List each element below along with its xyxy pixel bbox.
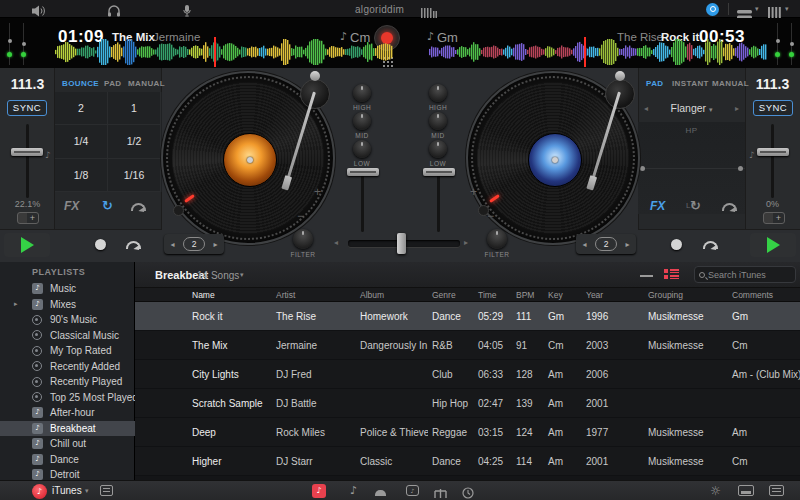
mixer-columns-caret-icon[interactable]: ▾ — [785, 5, 789, 13]
deck1-loop-decrease[interactable]: ◂ — [164, 240, 181, 249]
day-night-toggle-icon[interactable]: ☼ — [710, 484, 721, 498]
source-name[interactable]: iTunes — [52, 485, 82, 496]
sidebar-item-music[interactable]: ♪Music — [0, 281, 135, 297]
deck2-loop-mode-icon[interactable]: ↻ — [690, 198, 701, 213]
effect-next-arrow[interactable]: ▸ — [735, 104, 739, 113]
source-list-toggle-icon[interactable] — [100, 485, 113, 496]
deck2-pitch-slider[interactable] — [771, 124, 774, 198]
sidebar-item-recently-played[interactable]: Recently Played — [0, 374, 135, 390]
view-layout-caret-icon[interactable]: ▾ — [755, 5, 759, 13]
deck1-play-button[interactable] — [4, 233, 50, 257]
history-clock-icon[interactable] — [462, 485, 474, 500]
bounce-pad-quarter[interactable]: 1/4 — [55, 125, 108, 158]
deck1-volume-fader-handle[interactable] — [347, 168, 379, 176]
midi-keyboard-icon[interactable] — [738, 485, 754, 496]
sidebar-item-90s-music[interactable]: 90's Music — [0, 312, 135, 328]
deck1-tab-manual[interactable]: MANUAL — [128, 79, 165, 88]
deck1-loop-increase[interactable]: ▸ — [207, 240, 224, 249]
column-header-name[interactable]: Name — [188, 290, 272, 300]
deck1-pitch-bend-plus[interactable]: + — [314, 185, 321, 199]
deck2-pitch-bend-plus[interactable]: + — [470, 185, 477, 199]
deck1-pitch-bend-minus[interactable]: − — [297, 209, 304, 223]
deck1-waveform[interactable] — [55, 39, 393, 65]
bounce-pad-half[interactable]: 1/2 — [108, 125, 161, 158]
sidebar-item-mixes[interactable]: ▸♪Mixes — [0, 297, 135, 313]
library-song-count[interactable]: 14 Songs — [197, 270, 239, 281]
deck1-sync-button[interactable]: SYNC — [7, 100, 47, 116]
deck2-loop-decrease[interactable]: ◂ — [576, 240, 593, 249]
deck2-sync-button[interactable]: SYNC — [753, 100, 793, 116]
table-row[interactable]: City Lights DJ Fred Club 06:33 128 Am 20… — [135, 360, 800, 389]
deck2-cue-mode-icon[interactable] — [722, 203, 737, 211]
deck1-fx-mode-icon[interactable]: FX — [64, 199, 79, 213]
mini-fader-right-2-handle[interactable] — [790, 42, 794, 46]
deck2-tab-manual[interactable]: MANUAL — [712, 79, 749, 88]
deck1-pitch-slider[interactable] — [26, 124, 29, 198]
itunes-source-icon[interactable]: ♪ — [32, 484, 47, 499]
deck1-cue-button[interactable] — [126, 241, 141, 249]
queue-list-icon[interactable] — [769, 485, 784, 496]
deck2-cue-button[interactable] — [703, 241, 718, 249]
mini-fader-left-2-handle[interactable] — [22, 42, 26, 46]
deck2-play-button[interactable] — [750, 233, 796, 257]
deck1-record-button[interactable] — [95, 239, 106, 250]
sidebar-item-after-hour[interactable]: ♪After-hour — [0, 405, 135, 421]
deck2-pitch-range-icon[interactable]: + — [763, 212, 785, 224]
deck1-pitch-slider-handle[interactable] — [11, 148, 43, 156]
deck2-eq-high-knob[interactable] — [429, 84, 447, 102]
bounce-pad-2[interactable]: 2 — [55, 92, 108, 125]
deck2-eq-low-knob[interactable] — [429, 140, 447, 158]
deck2-record-button[interactable] — [671, 239, 682, 250]
column-header-key[interactable]: Key — [544, 290, 582, 300]
sidebar-item-my-top-rated[interactable]: My Top Rated — [0, 343, 135, 359]
disclosure-icon[interactable]: ▸ — [14, 300, 18, 308]
songs-icon[interactable]: ♪ — [350, 484, 357, 497]
column-header-artist[interactable]: Artist — [272, 290, 356, 300]
deck1-loop-mode-icon[interactable]: ↻ — [102, 198, 113, 213]
bounce-pad-1[interactable]: 1 — [108, 92, 161, 125]
table-row[interactable]: Scratch Sample DJ Battle Hip Hop 02:47 1… — [135, 389, 800, 418]
deck1-volume-fader[interactable] — [361, 170, 364, 232]
column-header-album[interactable]: Album — [356, 290, 428, 300]
genres-icon[interactable] — [434, 485, 447, 500]
column-header-time[interactable]: Time — [474, 290, 512, 300]
column-header-comments[interactable]: Comments — [728, 290, 800, 300]
deck1-loop-length[interactable]: 2 — [183, 237, 205, 251]
mini-fader-right-1-handle[interactable] — [776, 39, 780, 43]
table-row[interactable]: Deep Rock Miles Police & Thieves Reggae … — [135, 418, 800, 447]
crossfader-right-arrow[interactable]: ▸ — [464, 238, 468, 247]
deck1-eq-mid-knob[interactable] — [353, 112, 371, 130]
search-input[interactable] — [708, 270, 791, 280]
deck1-eq-low-knob[interactable] — [353, 140, 371, 158]
sidebar-item-breakbeat[interactable]: ♪Breakbeat — [0, 421, 135, 437]
table-row[interactable]: The Mix Jermaine Dangerously In Love R&B… — [135, 331, 800, 360]
connect-status-icon[interactable] — [706, 3, 719, 16]
bounce-pad-eighth[interactable]: 1/8 — [55, 159, 108, 192]
table-row[interactable]: Rock it The Rise Homework Dance 05:29 11… — [135, 302, 800, 331]
deck1-filter-knob[interactable] — [293, 229, 313, 249]
sidebar-item-dance[interactable]: ♪Dance — [0, 452, 135, 468]
mini-fader-left-1[interactable] — [9, 23, 10, 65]
bounce-pad-sixteenth[interactable]: 1/16 — [108, 159, 161, 192]
deck1-pitch-range-icon[interactable]: + — [17, 212, 39, 224]
deck2-pitch-slider-handle[interactable] — [757, 148, 789, 156]
column-header-bpm[interactable]: BPM — [512, 290, 544, 300]
song-count-caret-icon[interactable]: ▾ — [240, 271, 244, 279]
column-header-year[interactable]: Year — [582, 290, 644, 300]
deck2-eq-mid-knob[interactable] — [429, 112, 447, 130]
deck1-tab-pad[interactable]: PAD — [104, 79, 122, 88]
source-caret-icon[interactable]: ▾ — [85, 487, 89, 495]
deck2-filter-knob[interactable] — [487, 229, 507, 249]
sidebar-item-top-25-most-played[interactable]: Top 25 Most Played — [0, 390, 135, 406]
sidebar-item-chill-out[interactable]: ♪Chill out — [0, 436, 135, 452]
mini-fader-right-1[interactable] — [777, 23, 778, 65]
deck1-eq-high-knob[interactable] — [353, 84, 371, 102]
deck1-cue-mode-icon[interactable] — [131, 203, 146, 211]
deck2-waveform[interactable] — [429, 39, 767, 65]
table-row[interactable]: Higher DJ Starr Classic Dance 04:25 114 … — [135, 447, 800, 476]
search-field[interactable] — [694, 266, 796, 283]
deck2-volume-fader[interactable] — [437, 170, 440, 232]
column-header-genre[interactable]: Genre — [428, 290, 474, 300]
sidebar-item-recently-added[interactable]: Recently Added — [0, 359, 135, 375]
deck2-tab-instant[interactable]: INSTANT — [672, 79, 709, 88]
